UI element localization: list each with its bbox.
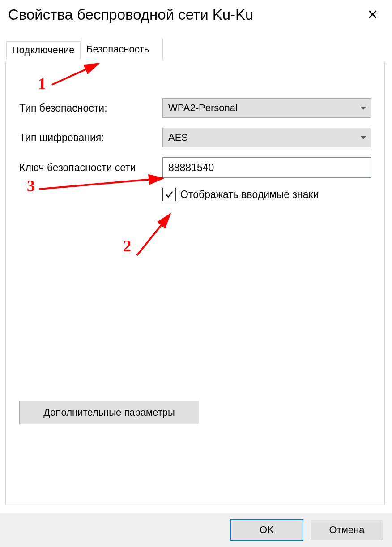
annotation-number-3: 3 [27, 177, 35, 195]
ok-button-label: OK [260, 524, 274, 536]
chevron-down-icon [361, 107, 366, 110]
tab-panel-security: Тип безопасности: WPA2-Personal Тип шифр… [5, 62, 385, 505]
dialog-footer: OK Отмена [0, 513, 392, 547]
tab-strip: Подключение Безопасность [5, 39, 392, 59]
tab-connection-label: Подключение [12, 44, 75, 56]
dropdown-encryption-type[interactable]: AES [162, 128, 371, 147]
cancel-button[interactable]: Отмена [311, 520, 383, 540]
row-show-chars: Отображать вводимые знаки [162, 188, 371, 201]
row-security-type: Тип безопасности: WPA2-Personal [19, 98, 371, 118]
svg-line-0 [52, 64, 98, 85]
input-network-key[interactable] [162, 157, 371, 178]
annotation-arrow-1 [49, 60, 107, 91]
ok-button[interactable]: OK [230, 519, 303, 541]
dropdown-security-type-value: WPA2-Personal [168, 102, 238, 114]
tab-security-label: Безопасность [86, 43, 149, 55]
label-network-key: Ключ безопасности сети [19, 162, 162, 174]
advanced-settings-button[interactable]: Дополнительные параметры [19, 401, 199, 424]
window-title: Свойства беспроводной сети Ku-Ku [8, 6, 253, 23]
close-icon[interactable]: ✕ [362, 8, 383, 22]
label-show-chars: Отображать вводимые знаки [180, 189, 319, 201]
svg-line-2 [39, 178, 163, 189]
annotation-number-2: 2 [123, 237, 131, 255]
label-security-type: Тип безопасности: [19, 102, 162, 114]
title-bar: Свойства беспроводной сети Ku-Ku ✕ [0, 0, 392, 31]
advanced-settings-label: Дополнительные параметры [43, 407, 175, 418]
row-encryption-type: Тип шифрования: AES [19, 128, 371, 147]
annotation-number-1: 1 [38, 74, 46, 93]
annotation-arrow-2 [134, 211, 179, 260]
dropdown-security-type[interactable]: WPA2-Personal [162, 98, 371, 118]
chevron-down-icon [361, 136, 366, 139]
svg-line-1 [137, 214, 170, 255]
tab-connection[interactable]: Подключение [6, 41, 81, 59]
row-network-key: Ключ безопасности сети [19, 157, 371, 178]
dropdown-encryption-type-value: AES [168, 132, 188, 143]
label-encryption-type: Тип шифрования: [19, 132, 162, 144]
cancel-button-label: Отмена [329, 524, 365, 536]
annotation-arrow-3 [37, 176, 171, 198]
tab-security[interactable]: Безопасность [81, 39, 163, 60]
